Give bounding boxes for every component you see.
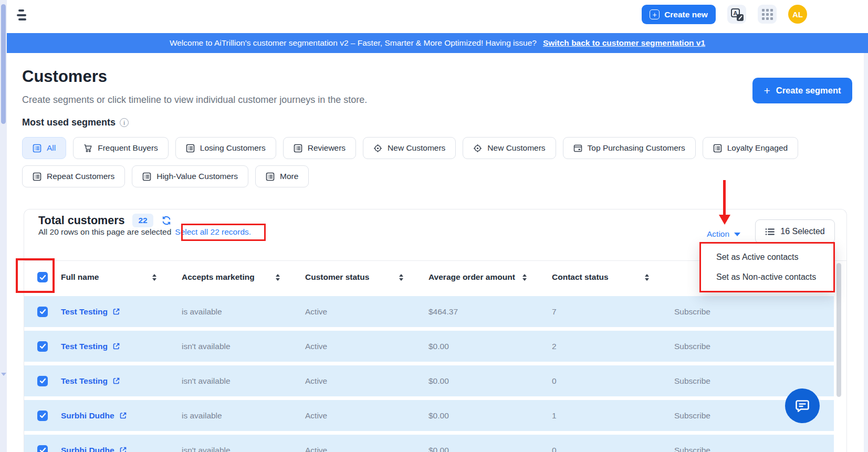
external-link-icon [119,446,127,452]
check-icon [39,274,46,281]
customer-name: Surbhi Dudhe [61,411,114,421]
list-icon [765,227,775,237]
chip-label: New Customers [388,143,445,153]
row-checkbox[interactable] [37,307,48,317]
apps-grid-button[interactable] [758,5,777,24]
table-row[interactable]: Test Testing isn't available Active $0.0… [24,331,834,362]
customer-name-link[interactable]: Test Testing [61,342,182,351]
sort-icon[interactable] [645,274,649,281]
external-link-icon [112,342,120,350]
column-header-contact-status[interactable]: Contact status [552,272,674,282]
sort-icon[interactable] [152,274,156,281]
cell-customer-status: Active [305,342,428,351]
column-header-average-order-amount[interactable]: Average order amount [428,272,552,282]
sort-icon[interactable] [522,274,527,281]
segment-chip-losing-customers[interactable]: Losing Customers [175,137,276,159]
row-checkbox[interactable] [37,445,48,452]
right-scrollbar[interactable] [864,53,868,452]
list-icon [33,172,41,181]
cell-customer-status: Active [305,411,428,421]
count-badge: 22 [132,214,153,227]
switch-back-link[interactable]: Switch back to customer segmentation v1 [543,38,705,48]
list-icon [186,144,195,153]
banner-message: Welcome to AiTrillion's customer segment… [170,38,537,48]
segment-chip-frequent-buyers[interactable]: Frequent Buyers [73,137,169,159]
segment-chip-reviewers[interactable]: Reviewers [283,137,356,159]
chip-label: Top Purchasing Customers [588,143,685,153]
customer-name-link[interactable]: Test Testing [61,376,182,386]
row-checkbox[interactable] [37,411,48,421]
avatar[interactable]: AL [788,5,807,24]
customer-name-link[interactable]: Surbhi Dudhe [61,446,182,452]
table-row[interactable]: Test Testing isn't available Active $0.0… [24,365,834,396]
create-segment-button[interactable]: + Create segment [752,78,852,103]
chip-label: All [47,143,56,153]
page-title: Customers [22,67,107,86]
info-icon[interactable]: i [120,118,129,127]
translate-button[interactable]: A [727,5,746,24]
scroll-down-arrow-icon[interactable] [1,373,6,376]
cell-contact-status: 7 [552,307,674,317]
table-row[interactable]: Test Testing is available Active $464.37… [24,296,834,327]
chat-icon [794,397,811,414]
sort-icon[interactable] [276,274,280,281]
segment-chip-top-purchasing[interactable]: Top Purchasing Customers [563,137,696,159]
top-bar: + Create new A AL [7,0,868,33]
cell-contact-status: 2 [552,342,674,351]
cell-average-order-amount: $0.00 [428,342,552,351]
action-dropdown-trigger[interactable]: Action [707,229,740,239]
segment-chip-new-customers-2[interactable]: New Customers [463,137,556,159]
row-checkbox[interactable] [37,341,48,352]
segment-chip-repeat-customers[interactable]: Repeat Customers [22,165,125,187]
segment-chip-loyalty-engaged[interactable]: Loyalty Engaged [703,137,798,159]
column-label: Accepts marketing [182,272,255,282]
cell-average-order-amount: $0.00 [428,376,552,386]
column-label: Customer status [305,272,369,282]
list-icon [33,144,41,153]
action-dropdown-menu: Set as Active contacts Set as Non-active… [699,242,835,292]
column-header-customer-status[interactable]: Customer status [305,272,428,282]
table-row[interactable]: Surbhi Dudhe is available Active $0.00 1… [24,400,834,431]
cell-subscription: Subscribe [674,307,834,317]
table-row[interactable]: Surbhi Dudhe isn't available Active $0.0… [24,435,834,452]
select-all-checkbox[interactable] [37,272,48,282]
create-new-label: Create new [664,10,708,19]
customer-name-link[interactable]: Test Testing [61,307,182,317]
card-icon [573,144,582,153]
announcement-banner: Welcome to AiTrillion's customer segment… [7,33,868,53]
cell-average-order-amount: $0.00 [428,446,552,452]
row-checkbox[interactable] [37,376,48,386]
cell-subscription: Subscribe [674,446,834,452]
column-header-full-name[interactable]: Full name [61,272,182,282]
menu-item-set-non-active[interactable]: Set as Non-active contacts [701,267,833,287]
segment-chip-new-customers-1[interactable]: New Customers [363,137,456,159]
cell-accepts-marketing: isn't available [182,376,305,386]
refresh-icon[interactable] [161,215,172,226]
list-icon [142,172,151,181]
action-label: Action [707,229,729,239]
sort-icon[interactable] [399,274,403,281]
chip-label: Reviewers [308,143,346,153]
segment-chip-all[interactable]: All [22,137,66,159]
customer-name-link[interactable]: Surbhi Dudhe [61,411,182,421]
cart-icon [83,144,92,153]
column-header-accepts-marketing[interactable]: Accepts marketing [182,272,305,282]
segment-chip-high-value-customers[interactable]: High-Value Customers [132,165,248,187]
cell-contact-status: 0 [552,376,674,386]
hamburger-menu-icon[interactable] [17,9,30,22]
left-scrollbar-thumb[interactable] [1,4,6,124]
create-new-button[interactable]: + Create new [642,5,716,24]
list-icon [266,172,275,181]
table-scrollbar-thumb[interactable] [836,263,841,397]
column-label: Average order amount [428,272,515,282]
select-all-records-link[interactable]: Select all 22 records. [175,227,251,237]
menu-item-set-active[interactable]: Set as Active contacts [701,247,833,267]
selected-count-button[interactable]: 16 Selected [755,219,835,244]
segment-chip-more[interactable]: More [255,165,309,187]
column-label: Contact status [552,272,609,282]
chat-fab-button[interactable] [785,388,820,423]
chevron-down-icon [734,233,740,236]
chip-label: Loyalty Engaged [727,143,788,153]
left-scrollbar[interactable] [0,0,7,452]
external-link-icon [112,308,120,316]
